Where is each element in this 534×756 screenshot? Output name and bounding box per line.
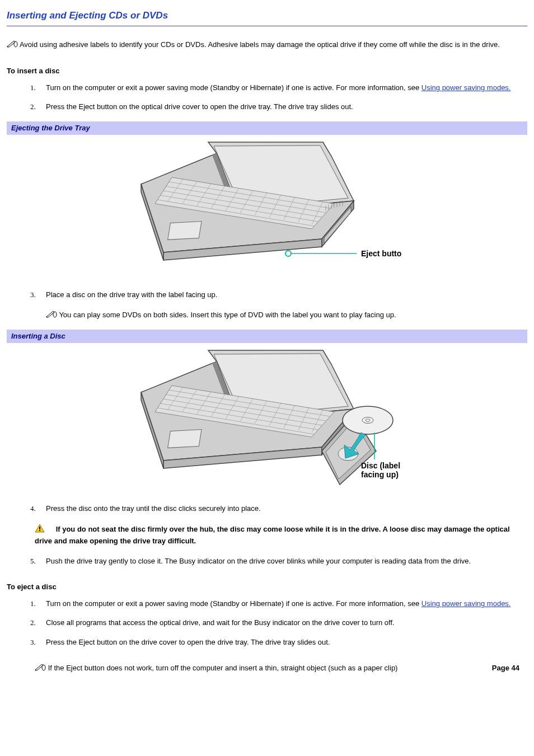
insert-step-3: Place a disc on the drive tray with the … xyxy=(7,290,527,321)
intro-note: Avoid using adhesive labels to identify … xyxy=(7,40,527,50)
svg-rect-17 xyxy=(168,221,202,240)
fig2-label-line1: Disc (label xyxy=(361,461,400,470)
step4-warning: If you do not seat the disc firmly over … xyxy=(35,524,527,546)
insert-step-2: Press the Eject button on the optical dr… xyxy=(7,102,527,112)
insert-heading: To insert a disc xyxy=(7,66,527,76)
figure1-caption: Ejecting the Drive Tray xyxy=(7,121,527,135)
note-pencil-icon xyxy=(46,310,57,321)
eject-step3-note-text: If the Eject button does not work, turn … xyxy=(48,664,398,672)
figure2: Disc (label facing up) xyxy=(7,348,527,490)
svg-point-25 xyxy=(285,251,291,256)
insert-step-1-text: Turn on the computer or exit a power sav… xyxy=(46,83,421,92)
insert-step-5: Push the drive tray gently to close it. … xyxy=(7,556,527,566)
svg-rect-44 xyxy=(168,430,202,448)
eject-step-2: Close all programs that access the optic… xyxy=(7,618,527,628)
svg-point-27 xyxy=(53,312,57,317)
figure1: Eject button xyxy=(7,139,527,276)
figure2-caption: Inserting a Disc xyxy=(7,330,527,343)
warning-triangle-icon xyxy=(35,524,45,536)
insert-step-4: Press the disc onto the tray until the d… xyxy=(7,504,527,546)
step3-eject-note: If the Eject button does not work, turn … xyxy=(35,663,527,674)
insert-step-1: Turn on the computer or exit a power sav… xyxy=(7,83,527,93)
step3-note-text: You can play some DVDs on both sides. In… xyxy=(59,311,396,319)
fig2-label-line2: facing up) xyxy=(361,470,399,479)
fig1-label: Eject button xyxy=(361,249,401,258)
svg-point-53 xyxy=(42,665,45,670)
eject-step-1-text: Turn on the computer or exit a power sav… xyxy=(46,599,421,608)
svg-point-0 xyxy=(14,41,17,47)
svg-point-49 xyxy=(366,419,370,421)
title-underline xyxy=(7,26,527,26)
eject-step-1: Turn on the computer or exit a power sav… xyxy=(7,599,527,609)
eject-heading: To eject a disc xyxy=(7,582,527,592)
insert-steps-list-cont: Place a disc on the drive tray with the … xyxy=(7,290,527,321)
note-pencil-icon xyxy=(35,663,46,674)
insert-step-4-text: Press the disc onto the tray until the d… xyxy=(46,504,261,513)
page-number: Page 44 xyxy=(492,663,519,673)
note-pencil-icon xyxy=(7,40,18,50)
step3-note: You can play some DVDs on both sides. In… xyxy=(46,310,527,321)
power-saving-link-1[interactable]: Using power saving modes. xyxy=(421,83,511,92)
step4-warning-text: If you do not seat the disc firmly over … xyxy=(35,525,510,545)
insert-steps-list-cont2: Press the disc onto the tray until the d… xyxy=(7,504,527,566)
insert-steps-list: Turn on the computer or exit a power sav… xyxy=(7,83,527,112)
eject-steps-list: Turn on the computer or exit a power sav… xyxy=(7,599,527,674)
eject-step-3-text: Press the Eject button on the drive cove… xyxy=(46,638,330,646)
svg-rect-52 xyxy=(39,530,40,531)
page-title: Inserting and Ejecting CDs or DVDs xyxy=(7,9,527,24)
svg-rect-51 xyxy=(39,527,40,529)
power-saving-link-2[interactable]: Using power saving modes. xyxy=(421,599,511,608)
intro-note-text: Avoid using adhesive labels to identify … xyxy=(20,40,500,49)
eject-step-3: Press the Eject button on the drive cove… xyxy=(7,637,527,674)
insert-step-3-text: Place a disc on the drive tray with the … xyxy=(46,290,217,299)
